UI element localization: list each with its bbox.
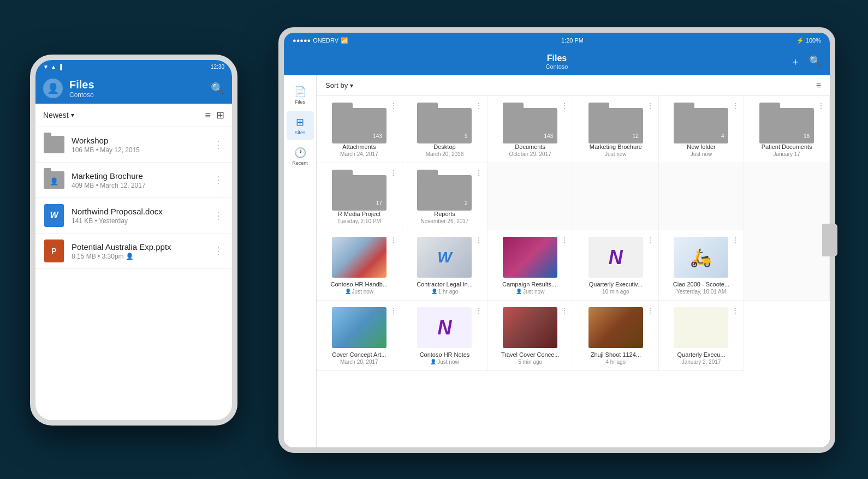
tablet-status-left: ●●●●● ONEDRV 📶 (293, 37, 348, 44)
list-view-icon[interactable]: ≡ (205, 110, 211, 121)
more-icon[interactable]: ⋮ (561, 101, 569, 110)
phone-time: 12:30 (211, 64, 224, 70)
files-icon: 📄 (294, 86, 306, 98)
list-item-northwind[interactable]: W Northwind Proposal.docx 141 KB • Yeste… (35, 198, 232, 233)
file-date-row: 👤 Just now (345, 288, 373, 295)
folder-patient-documents[interactable]: 16 Patient Documents January 17 ⋮ (744, 96, 830, 163)
sort-button[interactable]: Sort by ▾ (325, 81, 353, 89)
file-campaign[interactable]: Campaign Results.... 👤 Just now ⋮ (487, 230, 573, 301)
file-date-row: 👤 1 hr ago (431, 288, 459, 295)
shared-icon: 👤 (345, 289, 351, 294)
tablet-home-button[interactable] (822, 224, 837, 256)
files-grid: 143 Attachments March 24, 2017 ⋮ 9 (317, 96, 830, 371)
file-thumb: W (417, 237, 472, 278)
file-zhuji[interactable]: Zhuji Shoot 1124... 4 hr ago ⋮ (573, 301, 659, 371)
folder-marketing-brochure[interactable]: 12 Marketing Brochure Just now ⋮ (573, 96, 659, 163)
sidebar-item-files[interactable]: 📄 Files (287, 81, 314, 109)
folder-attachments[interactable]: 143 Attachments March 24, 2017 ⋮ (317, 96, 402, 163)
file-date-row: 👤 Just now (430, 358, 459, 365)
sidebar-sites-label: Sites (294, 130, 305, 135)
file-cover-art[interactable]: Cover Concept Art... March 20, 2017 ⋮ (317, 301, 402, 371)
more-icon[interactable]: ⋮ (390, 236, 399, 244)
more-icon[interactable]: ⋮ (475, 306, 484, 315)
file-contractor[interactable]: W Contractor Legal In... 👤 1 hr ago ⋮ (402, 230, 488, 301)
folder-new[interactable]: 4 New folder Just now ⋮ (659, 96, 745, 163)
list-item-workshop[interactable]: Workshop 106 MB • May 12, 2015 ⋮ (35, 127, 232, 163)
more-icon[interactable]: ⋮ (213, 245, 224, 257)
more-icon[interactable]: ⋮ (732, 306, 740, 315)
folder-documents[interactable]: 143 Documents October 29, 2017 ⋮ (487, 96, 573, 163)
file-date: January 2, 2017 (682, 359, 721, 365)
file-date: Just now (437, 359, 459, 365)
more-icon[interactable]: ⋮ (732, 236, 740, 244)
tablet-content: Sort by ▾ ≡ 143 A (317, 75, 830, 447)
list-item-potential[interactable]: P Potential Australia Exp.pptx 8.15 MB •… (35, 233, 232, 269)
folder-icon: 143 (332, 103, 387, 143)
folder-name: Patient Documents (762, 143, 812, 150)
folder-date: October 29, 2017 (509, 151, 551, 157)
folder-icon (44, 136, 64, 153)
more-icon[interactable]: ⋮ (561, 306, 569, 315)
sidebar-item-recent[interactable]: 🕐 Recent (287, 142, 314, 170)
file-name: Campaign Results.... (502, 281, 558, 288)
folder-reports[interactable]: 2 Reports November 26, 2017 ⋮ (402, 163, 488, 230)
file-thumb (503, 307, 557, 348)
more-icon[interactable]: ⋮ (475, 169, 484, 177)
more-icon[interactable]: ⋮ (390, 101, 399, 110)
file-contoso-hr[interactable]: Contoso HR Handb... 👤 Just now ⋮ (317, 230, 402, 301)
add-icon[interactable]: ＋ (790, 55, 800, 68)
phone-search-icon[interactable]: 🔍 (211, 82, 224, 95)
folder-r-media[interactable]: 17 R Media Project Tuesday, 2:10 PM ⋮ (317, 163, 402, 230)
file-thumb (332, 237, 387, 278)
item-name: Marketing Brochure (72, 171, 207, 181)
more-icon[interactable]: ⋮ (213, 209, 224, 221)
more-icon[interactable]: ⋮ (213, 174, 224, 186)
item-icon (43, 134, 65, 155)
more-icon[interactable]: ⋮ (561, 236, 569, 244)
file-name: Quarterly Executiv... (589, 281, 643, 288)
avatar: 👤 (43, 79, 63, 98)
file-date: 5 min ago (518, 359, 542, 365)
folder-name: New folder (687, 143, 716, 150)
more-icon[interactable]: ⋮ (475, 101, 484, 110)
grid-view-icon[interactable]: ⊞ (216, 109, 224, 121)
signal-icon: ▼ (43, 64, 49, 70)
folder-name: Attachments (342, 143, 376, 150)
sort-newest-button[interactable]: Newest ▾ (43, 111, 74, 119)
more-icon[interactable]: ⋮ (390, 306, 399, 315)
list-item-marketing[interactable]: 👤 Marketing Brochure 409 MB • March 12, … (35, 163, 232, 198)
tablet-time: 1:20 PM (561, 37, 584, 44)
file-thumb: N (588, 237, 643, 278)
item-name: Workshop (72, 136, 207, 145)
folder-desktop[interactable]: 9 Desktop March 20, 2016 ⋮ (402, 96, 488, 163)
file-scooter[interactable]: 🛵 Ciao 2000 - Scoote... Yesterday, 10:01… (659, 230, 745, 301)
tablet-screen: ●●●●● ONEDRV 📶 1:20 PM ⚡ 100% Files Cont… (284, 33, 830, 447)
file-thumb (674, 307, 728, 348)
file-quarterly-exec[interactable]: N Quarterly Executiv... 10 min ago ⋮ (573, 230, 659, 301)
more-icon[interactable]: ⋮ (475, 236, 484, 244)
more-icon[interactable]: ⋮ (732, 101, 740, 110)
tablet-battery: 100% (806, 37, 821, 44)
tablet-title-actions[interactable]: ＋ 🔍 (790, 55, 821, 68)
more-icon[interactable]: ⋮ (390, 169, 399, 177)
menu-icon[interactable]: ≡ (816, 81, 821, 91)
ppt-icon: P (44, 239, 64, 262)
more-icon[interactable]: ⋮ (817, 101, 826, 110)
file-name: Travel Cover Conce... (501, 351, 560, 358)
file-quarterly-execu2[interactable]: Quarterly Execu... January 2, 2017 ⋮ (659, 301, 745, 371)
file-travel[interactable]: Travel Cover Conce... 5 min ago ⋮ (487, 301, 573, 371)
folder-date: Just now (691, 151, 712, 157)
file-name: Zhuji Shoot 1124... (591, 351, 641, 358)
folder-date: January 17 (773, 151, 800, 157)
sidebar-item-sites[interactable]: ⊞ Sites (287, 111, 314, 140)
folder-shared-icon: 👤 (44, 171, 64, 189)
file-hr-notes[interactable]: N Contoso HR Notes 👤 Just now ⋮ (402, 301, 488, 371)
folder-name: Documents (515, 143, 545, 150)
more-icon[interactable]: ⋮ (646, 101, 655, 110)
more-icon[interactable]: ⋮ (646, 236, 655, 244)
sort-label: Sort by (325, 81, 348, 89)
file-date-row: 👤 Just now (516, 288, 544, 295)
search-icon[interactable]: 🔍 (809, 55, 821, 68)
more-icon[interactable]: ⋮ (646, 306, 655, 315)
more-icon[interactable]: ⋮ (213, 139, 224, 151)
